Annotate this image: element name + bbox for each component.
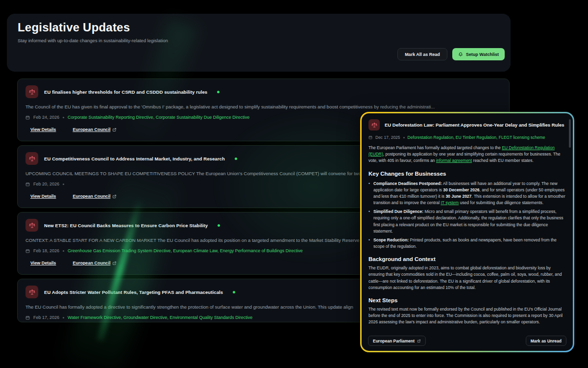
- setup-watchlist-button[interactable]: Setup Watchlist: [452, 48, 505, 60]
- update-date: Feb 17, 2026: [33, 315, 59, 320]
- update-title: EU Adopts Stricter Water Pollutant Rules…: [44, 289, 223, 295]
- source-link-label: European Council: [73, 261, 110, 265]
- header-actions: Mark All as Read Setup Watchlist: [397, 48, 505, 60]
- key-changes-list: • Compliance Deadlines Postponed: All bu…: [368, 181, 566, 250]
- update-tags: Corporate Sustainability Reporting Direc…: [68, 115, 249, 120]
- source-link-label: European Council: [73, 194, 110, 199]
- bullet-text: used for submitting due diligence statem…: [459, 200, 543, 205]
- update-title: EU Competitiveness Council to Address In…: [44, 156, 225, 161]
- detail-panel-frame: EU Deforestation Law: Parliament Approve…: [360, 112, 574, 352]
- source-link[interactable]: European Council: [73, 127, 117, 132]
- bullet-bold: 30 June 2027: [445, 194, 471, 199]
- unread-dot: [218, 224, 220, 227]
- source-link-label: European Council: [73, 127, 110, 132]
- bullet-marker: •: [368, 181, 370, 207]
- external-link-icon: [112, 128, 117, 132]
- bullet-label: Simplified Due Diligence:: [373, 209, 423, 214]
- detail-tags: Deforestation Regulation, EU Timber Regu…: [408, 135, 545, 140]
- source-link[interactable]: European Council: [73, 261, 117, 265]
- list-item: • Scope Reduction: Printed products, suc…: [368, 237, 566, 250]
- list-item: • Simplified Due Diligence: Micro and sm…: [368, 209, 566, 235]
- update-title: EU finalises higher thresholds for CSRD …: [44, 89, 207, 95]
- update-tags: Greenhouse Gas Emission Trading System D…: [68, 248, 303, 253]
- source-button-label: European Parliament: [373, 339, 415, 343]
- update-date: Feb 24, 2026: [33, 115, 59, 120]
- intro-text: The European Parliament has formally ado…: [368, 145, 502, 150]
- separator-dot: [63, 317, 64, 318]
- separator-dot: [63, 250, 64, 252]
- detail-panel: EU Deforestation Law: Parliament Approve…: [362, 113, 573, 351]
- update-title: New ETS2: EU Council Backs Measures to E…: [44, 223, 208, 228]
- update-tags: Water Framework Directive, Groundwater D…: [68, 315, 252, 320]
- mark-all-read-label: Mark All as Read: [405, 52, 440, 57]
- bell-icon: [458, 52, 463, 57]
- unread-dot: [217, 91, 220, 93]
- mark-as-unread-label: Mark as Unread: [531, 339, 562, 343]
- update-date: Feb 18, 2026: [33, 248, 59, 253]
- calendar-icon: [25, 249, 30, 253]
- section-heading-background: Background and Context: [368, 256, 566, 262]
- list-item: • Compliance Deadlines Postponed: All bu…: [368, 181, 566, 207]
- update-description: The Council of the EU has given its fina…: [25, 104, 501, 109]
- scrollbar-thumb[interactable]: [569, 119, 571, 148]
- legislation-scales-icon: [368, 119, 380, 131]
- mark-all-read-button[interactable]: Mark All as Read: [397, 48, 447, 60]
- external-link-icon: [417, 339, 421, 343]
- unread-dot: [235, 158, 237, 160]
- legislation-scales-icon: [25, 219, 38, 232]
- setup-watchlist-label: Setup Watchlist: [466, 52, 499, 57]
- legislation-scales-icon: [25, 85, 38, 98]
- bullet-marker: •: [368, 237, 370, 250]
- external-link-icon: [112, 194, 117, 199]
- page-header: Legislative Updates Stay informed with u…: [7, 14, 511, 72]
- source-link[interactable]: European Council: [73, 194, 117, 199]
- background-text: The EUDR, originally adopted in 2023, ai…: [368, 265, 566, 291]
- intro-text: reached with EU member states.: [472, 158, 534, 163]
- view-details-link[interactable]: View Details: [30, 127, 56, 132]
- it-system-link[interactable]: IT system: [441, 200, 459, 205]
- bullet-label: Compliance Deadlines Postponed:: [373, 181, 442, 186]
- separator-dot: [63, 184, 64, 185]
- view-details-link[interactable]: View Details: [30, 261, 56, 265]
- external-link-icon: [112, 261, 117, 265]
- section-heading-key-changes: Key Changes for Businesses: [368, 171, 566, 177]
- update-date: Feb 20, 2026: [33, 182, 59, 186]
- detail-footer: European Parliament Mark as Unread: [368, 336, 566, 346]
- calendar-icon: [25, 315, 30, 320]
- detail-intro: The European Parliament has formally ado…: [368, 145, 566, 164]
- informal-agreement-link[interactable]: informal agreement: [436, 158, 472, 163]
- legislation-scales-icon: [25, 152, 38, 165]
- separator-dot: [63, 117, 64, 118]
- page-title: Legislative Updates: [18, 21, 500, 34]
- legislative-updates-page: Legislative Updates Stay informed with u…: [0, 0, 588, 368]
- calendar-icon: [368, 135, 372, 139]
- view-details-link[interactable]: View Details: [30, 194, 56, 199]
- calendar-icon: [25, 115, 30, 120]
- section-heading-next-steps: Next Steps: [368, 297, 566, 303]
- bullet-label: Scope Reduction:: [373, 237, 409, 242]
- source-button[interactable]: European Parliament: [368, 336, 426, 346]
- detail-date: Dec 17, 2025: [375, 135, 400, 140]
- mark-as-unread-button[interactable]: Mark as Unread: [526, 336, 566, 346]
- next-steps-text: The revised text must now be formally en…: [368, 306, 566, 326]
- calendar-icon: [25, 182, 30, 186]
- bullet-marker: •: [368, 209, 370, 235]
- separator-dot: [403, 137, 405, 138]
- page-subtitle: Stay informed with up-to-date changes in…: [18, 38, 500, 43]
- bullet-bold: 30 December 2026: [443, 187, 479, 192]
- unread-dot: [233, 291, 235, 293]
- legislation-scales-icon: [25, 286, 38, 298]
- detail-title: EU Deforestation Law: Parliament Approve…: [385, 122, 564, 128]
